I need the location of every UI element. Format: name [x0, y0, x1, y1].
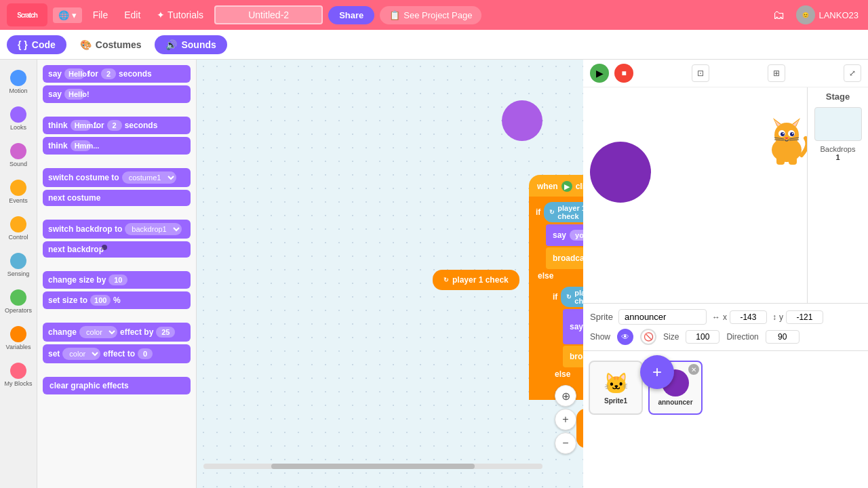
effect-dropdown2[interactable]: color [62, 348, 100, 360]
sidebar-item-myblocks[interactable]: My Blocks [3, 358, 33, 392]
stage-view-large[interactable]: ⊞ [768, 64, 785, 82]
sidebar-item-sensing[interactable]: Sensing [3, 248, 33, 282]
say-you-are-p2[interactable]: say you are P2 for 2 seconds 0 [563, 309, 583, 344]
tab-code[interactable]: { } Code [7, 35, 66, 54]
user-menu[interactable]: 😊 LANKO23 [793, 3, 861, 27]
effect-dropdown1[interactable]: color [79, 326, 117, 338]
add-sprite-button[interactable]: + [640, 355, 674, 389]
edit-menu[interactable]: Edit [119, 7, 146, 23]
sounds-icon: 🔊 [165, 39, 177, 50]
tutorials-button[interactable]: ✦ Tutorials [151, 7, 209, 23]
sensor-icon: ↻ [443, 277, 449, 283]
direction-label: Direction [726, 332, 758, 342]
sidebar-item-events[interactable]: Events [3, 175, 33, 209]
clipboard-icon: 📋 [389, 10, 400, 20]
flag-icon: ▶ [561, 181, 572, 192]
backdrops-count: 1 [835, 153, 840, 161]
else-label-1: else [532, 269, 583, 283]
x-input[interactable] [730, 310, 767, 324]
block-switch-costume[interactable]: switch costume to costume1 [43, 168, 191, 187]
direction-input[interactable] [766, 330, 800, 344]
scrollbar-thumb[interactable] [271, 464, 475, 469]
stop-button[interactable]: ■ [614, 64, 633, 83]
project-name-input[interactable] [214, 5, 323, 24]
block-set-effect[interactable]: set color effect to 0 [43, 344, 191, 363]
sidebar-item-operators[interactable]: Operators [3, 285, 33, 319]
broadcast-join-1[interactable]: broadcast join ▾ [546, 247, 583, 269]
block-think-hmm-for[interactable]: think Hmm... for 2 seconds [43, 117, 191, 134]
costume-dropdown[interactable]: costume1 [122, 171, 176, 184]
delete-announcer-button[interactable]: ✕ [688, 364, 699, 375]
block-say-hello[interactable]: say Hello! [43, 85, 191, 103]
y-input[interactable] [786, 310, 823, 324]
y-label: y [779, 312, 783, 322]
block-say-hello-for[interactable]: say Hello! for 2 seconds [43, 65, 191, 83]
sprite1-icon: 🐱 [604, 371, 629, 395]
stage-canvas: Stage Backdrops 1 [583, 87, 868, 303]
backdrop-dropdown[interactable]: backdrop1 [125, 223, 182, 235]
stage-cat-sprite [760, 115, 814, 169]
svg-point-10 [783, 133, 784, 134]
green-flag-button[interactable]: ▶ [590, 64, 609, 83]
if-block-2[interactable]: if ↻ player2 check = player 2 online? th… [546, 283, 583, 394]
sprite1-name: Sprite1 [604, 397, 627, 405]
block-set-size[interactable]: set size to 100 % [43, 291, 191, 309]
language-button[interactable]: 🌐 ▾ [53, 7, 82, 23]
horizontal-scrollbar[interactable] [203, 464, 542, 469]
tab-sounds[interactable]: 🔊 Sounds [155, 35, 226, 54]
sprite-thumb-sprite1[interactable]: 🐱 Sprite1 [589, 361, 643, 415]
sidebar-item-motion[interactable]: Motion [3, 65, 33, 99]
when-flag-clicked[interactable]: when ▶ clicked [529, 175, 583, 197]
zoom-controls: ⊕ + − [555, 385, 576, 454]
svg-point-8 [781, 132, 785, 136]
sprite-info-header: Sprite ↔ x ↕ y [590, 309, 861, 325]
stage-controls: ▶ ■ ⊡ ⊞ ⤢ [583, 60, 868, 87]
block-categories: Motion Looks Sound Events Control Sensin… [0, 60, 37, 488]
block-think-hmm[interactable]: think Hmm... [43, 137, 191, 155]
tab-costumes[interactable]: 🎨 Costumes [69, 35, 153, 54]
show-label: Show [590, 332, 610, 342]
code-canvas[interactable]: when ▶ clicked if ↻ player 1 check = pla… [197, 60, 583, 488]
sidebar-item-sound[interactable]: Sound [3, 138, 33, 172]
size-label: Size [663, 332, 679, 342]
stage-view-normal[interactable]: ⊡ [692, 64, 709, 82]
stage-panel: Stage Backdrops 1 [807, 87, 868, 303]
block-clear-effects[interactable]: clear graphic effects [43, 377, 191, 394]
zoom-out-button[interactable]: − [555, 432, 576, 454]
file-menu[interactable]: File [87, 7, 114, 23]
stage-thumbnail [814, 107, 862, 141]
sidebar-item-looks[interactable]: Looks [3, 102, 33, 136]
size-input[interactable] [686, 330, 719, 344]
zoom-in-button[interactable]: ⊕ [555, 385, 576, 407]
floating-block-player1-check[interactable]: ↻ player 1 check [433, 270, 519, 290]
show-eye-button[interactable]: 👁 [617, 329, 633, 345]
block-change-size[interactable]: change size by 10 [43, 271, 191, 289]
sidebar-item-variables[interactable]: Variables [3, 321, 33, 355]
block-change-effect[interactable]: change color effect by 25 [43, 323, 191, 342]
tab-bar: { } Code 🎨 Costumes 🔊 Sounds [0, 30, 868, 60]
stage-view-fullscreen[interactable]: ⤢ [844, 64, 861, 82]
if-block-1[interactable]: if ↻ player 1 check = player 1 online? t… [529, 197, 583, 400]
say-you-are-p1[interactable]: say you are P1 for 2 seconds [546, 224, 583, 246]
user-avatar: 😊 [796, 5, 815, 24]
broadcast-join-2[interactable]: broadcast join ▾ [563, 346, 583, 367]
hide-eye-button[interactable]: 🚫 [640, 329, 656, 345]
block-switch-backdrop[interactable]: switch backdrop to backdrop1 [43, 220, 191, 239]
see-project-button[interactable]: 📋 See Project Page [380, 6, 481, 24]
zoom-in-button2[interactable]: + [555, 409, 576, 430]
sprite-name-input[interactable] [618, 309, 707, 325]
block-next-costume[interactable]: next costume [43, 190, 191, 206]
block-next-backdrop[interactable]: next backdrop [43, 241, 191, 258]
sprites-grid: 🐱 Sprite1 ✕ announcer + [589, 361, 863, 415]
condition-2-left: ↻ player2 check [561, 287, 583, 307]
sprite-preview-circle [502, 100, 542, 141]
add-sprite-icon: + [652, 363, 662, 382]
svg-point-1 [774, 123, 799, 147]
folder-button[interactable]: 🗂 [770, 5, 788, 25]
floating-block-player1-online[interactable]: player 1 online? [576, 409, 583, 448]
sidebar-item-control[interactable]: Control [3, 211, 33, 245]
x-coord-group: ↔ x [712, 310, 767, 324]
condition-1-left: ↻ player 1 check [544, 202, 583, 222]
share-button[interactable]: Share [328, 6, 374, 24]
blocks-palette: say Hello! for 2 seconds say Hello! thin… [37, 60, 197, 488]
